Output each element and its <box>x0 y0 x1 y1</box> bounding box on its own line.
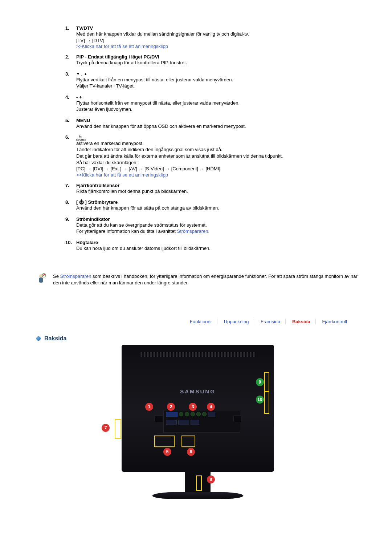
triangle-up-icon: ▲ <box>84 72 87 76</box>
highlight-box-10 <box>264 391 269 414</box>
callout-9: 9 <box>256 378 264 386</box>
tab-framsida[interactable]: Framsida <box>256 319 286 324</box>
item-text: Flyttar vertikalt från en menypost till … <box>76 77 359 83</box>
item-text: Rikta fjärrkontrollen mot denna punkt på… <box>76 188 359 195</box>
note-person-icon <box>36 273 46 284</box>
callout-3: 3 <box>189 403 197 411</box>
item-9-powerindicator: 9. Strömindikator Detta gör att du kan s… <box>65 216 359 235</box>
section-tabs: Funktioner Uppackning Framsida Baksida F… <box>33 319 359 324</box>
item-text: Justerar även ljudvolymen. <box>76 106 359 113</box>
item-text: Det går bara att ändra källa för externa… <box>76 153 359 159</box>
item-text: Tryck på denna knapp för att kontrollera… <box>76 60 359 66</box>
callout-5: 5 <box>163 448 171 456</box>
power-icon: ⏻ <box>79 199 84 205</box>
item-text: För ytterligare information kan du titta… <box>76 228 359 235</box>
powersaver-note: Se Strömspararen som beskrivs i handboke… <box>33 273 359 286</box>
item-text: Detta gör att du kan se övergripande str… <box>76 222 359 228</box>
source-icon <box>76 135 88 140</box>
power-connector <box>154 416 163 422</box>
item-2-pip: 2. PIP - Endast tillgänglig i läget PC/D… <box>65 54 359 66</box>
tab-fjarrkontroll[interactable]: Fjärrkontroll <box>317 319 352 324</box>
highlight-box-6 <box>181 436 195 447</box>
callout-8: 8 <box>207 475 215 483</box>
monitor-back-panel: SAMSUNG <box>122 345 274 472</box>
item-text: Du kan höra ljud om du ansluter datorns … <box>76 245 359 252</box>
item-text: aktivera en markerad menypost. <box>76 140 359 147</box>
item-text: Flyttar horisontellt från en menypost ti… <box>76 100 359 106</box>
monitor-stand <box>151 492 245 499</box>
item-heading: Strömindikator <box>76 216 359 222</box>
item-heading: Högtalare <box>76 240 359 245</box>
item-3-arrows: 3. ▼ , ▲ Flyttar vertikalt från en menyp… <box>65 71 359 89</box>
item-heading: TV/DTV <box>76 25 359 31</box>
highlight-box-9 <box>264 372 269 392</box>
animation-link[interactable]: >>Klicka här för att få se ett animering… <box>76 172 168 178</box>
tab-baksida[interactable]: Baksida <box>287 319 316 324</box>
item-7-remotesensor: 7. Fjärrkontrollsensor Rikta fjärrkontro… <box>65 183 359 195</box>
item-heading <box>76 134 359 140</box>
item-heading: Fjärrkontrollsensor <box>76 183 359 188</box>
right-connector <box>233 416 241 422</box>
item-text: Använd den här knappen för att öppna OSD… <box>76 123 359 130</box>
item-8-power: 8. [ ⏻ ] Strömbrytare Använd den här kna… <box>65 199 359 211</box>
item-6-source: 6. aktivera en markerad menypost. Tänder… <box>65 134 359 177</box>
item-heading: ▼ , ▲ <box>76 71 359 77</box>
item-text: [PC] → [DVI] → [Ext.] → [AV] → [S-Video]… <box>76 166 359 172</box>
callout-10: 10 <box>256 396 264 404</box>
callout-4: 4 <box>207 403 215 411</box>
highlight-box-7 <box>115 419 121 439</box>
vent-slots <box>140 352 256 357</box>
callout-2: 2 <box>167 403 175 411</box>
powersaver-link[interactable]: Strömspararen <box>177 228 208 234</box>
tab-funktioner[interactable]: Funktioner <box>185 319 217 324</box>
item-heading: - + <box>76 94 359 100</box>
powersaver-link[interactable]: Strömspararen <box>60 274 91 279</box>
item-heading: PIP - Endast tillgänglig i läget PC/DVI <box>76 54 359 60</box>
item-heading: MENU <box>76 118 359 123</box>
animation-link[interactable]: >>Klicka här för att få se ett animering… <box>76 44 168 49</box>
item-10-speaker: 10. Högtalare Du kan höra ljud om du ans… <box>65 240 359 252</box>
item-text: Så här växlar du skärmlägen: <box>76 159 359 166</box>
item-heading: [ ⏻ ] Strömbrytare <box>76 199 359 205</box>
section-header: Baksida <box>33 335 359 342</box>
triangle-down-icon: ▼ <box>76 72 80 76</box>
io-panel <box>163 410 240 433</box>
monitor-back-illustration: SAMSUNG <box>33 345 359 519</box>
item-text: Använd den här knappen för att sätta på … <box>76 205 359 211</box>
callout-1: 1 <box>145 403 153 411</box>
item-5-menu: 5. MENU Använd den här knappen för att ö… <box>65 118 359 130</box>
item-text: Tänder indikatorn för att indikera den i… <box>76 146 359 153</box>
tab-uppackning[interactable]: Uppackning <box>219 319 254 324</box>
callout-6: 6 <box>187 448 195 456</box>
section-title: Baksida <box>44 335 66 342</box>
callout-7: 7 <box>102 424 110 432</box>
item-1-tvdtv: 1. TV/DTV Med den här knappen växlar du … <box>65 25 359 49</box>
svg-rect-1 <box>39 278 43 283</box>
bullet-icon <box>36 336 41 341</box>
button-descriptions-list: 1. TV/DTV Med den här knappen växlar du … <box>33 25 359 251</box>
highlight-box-8 <box>196 475 202 491</box>
item-4-plusminus: 4. - + Flyttar horisontellt från en meny… <box>65 94 359 113</box>
highlight-box-5 <box>154 436 175 447</box>
item-text: [TV] → [DTV] <box>76 37 359 44</box>
item-text: Väljer TV-kanaler i TV-läget. <box>76 83 359 89</box>
item-text: Med den här knappen växlar du mellan sän… <box>76 31 359 37</box>
samsung-logo: SAMSUNG <box>122 388 274 394</box>
